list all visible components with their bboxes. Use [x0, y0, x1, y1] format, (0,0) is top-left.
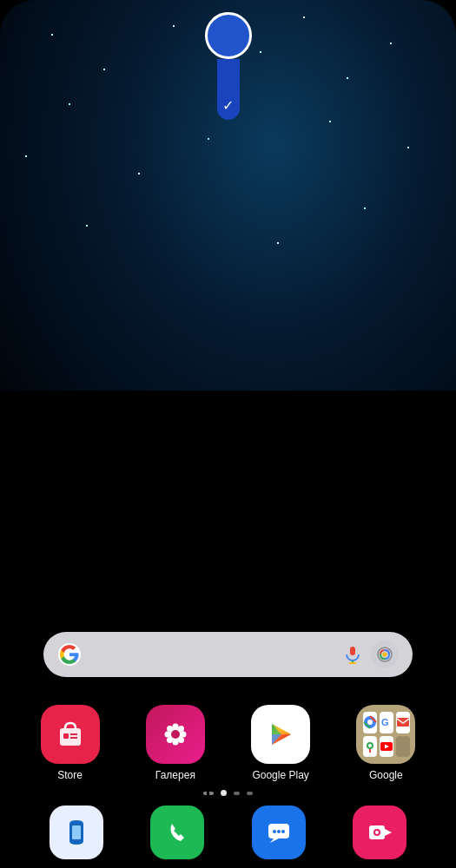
svg-point-38: [281, 830, 285, 833]
app-item-google-play[interactable]: Google Play: [241, 705, 320, 781]
svg-rect-28: [397, 718, 409, 727]
mic-icon[interactable]: [343, 645, 362, 664]
app-item-gallery[interactable]: Галерея: [136, 705, 215, 781]
dot-0: [203, 792, 214, 795]
svg-point-30: [368, 744, 372, 747]
bixby-widget[interactable]: ✓: [205, 0, 252, 120]
dot-2: [234, 792, 240, 795]
app-item-google[interactable]: G: [347, 705, 425, 781]
gallery-icon: [146, 705, 205, 764]
lens-svg: [376, 646, 393, 663]
svg-point-26: [367, 720, 373, 725]
bixby-stem: ✓: [217, 59, 240, 120]
svg-point-5: [383, 653, 387, 657]
svg-point-42: [375, 831, 379, 834]
play-label: Google Play: [252, 769, 308, 781]
bixby-circle: [205, 12, 252, 59]
svg-point-16: [178, 726, 184, 732]
svg-point-34: [76, 840, 78, 843]
folder-grid: G: [356, 705, 415, 764]
svg-point-11: [172, 724, 178, 730]
svg-point-15: [167, 726, 173, 732]
google-g-icon: [57, 642, 82, 667]
svg-marker-40: [385, 829, 392, 836]
svg-rect-1: [350, 647, 355, 655]
svg-point-19: [171, 730, 180, 739]
app-item-store[interactable]: Store: [31, 705, 109, 781]
dock-screen-recorder[interactable]: [353, 806, 406, 859]
svg-point-17: [167, 737, 173, 743]
google-lens-icon[interactable]: [371, 641, 399, 668]
store-label: Store: [57, 769, 83, 781]
svg-point-37: [277, 830, 281, 833]
svg-text:G: G: [381, 717, 389, 727]
svg-point-18: [178, 737, 184, 743]
svg-rect-7: [63, 733, 69, 739]
youtube-mini: [380, 736, 393, 758]
store-icon: [41, 705, 100, 764]
google-mini: G: [380, 712, 393, 733]
svg-point-36: [273, 830, 276, 833]
google-label: Google: [369, 769, 403, 781]
svg-point-12: [172, 740, 178, 746]
chrome-mini: [363, 712, 377, 733]
dock-green-phone[interactable]: [150, 806, 204, 859]
drive-mini: [396, 736, 410, 758]
dot-3: [247, 792, 253, 795]
gmail-mini: [396, 712, 410, 733]
app-grid: Store Галерея: [0, 705, 456, 781]
page-dots: [0, 790, 456, 796]
play-icon: [251, 705, 310, 764]
dock-messages[interactable]: [252, 806, 306, 859]
gallery-label: Галерея: [155, 769, 195, 781]
maps-mini: [363, 736, 377, 758]
phone-frame: ✓: [0, 0, 456, 868]
dot-1: [221, 790, 227, 796]
google-search-bar[interactable]: [43, 632, 413, 677]
svg-rect-33: [72, 825, 81, 839]
svg-point-13: [164, 732, 170, 738]
svg-point-14: [180, 732, 186, 738]
dock: [0, 797, 456, 868]
google-folder-icon: G: [356, 705, 415, 764]
microphone-svg: [343, 645, 362, 664]
dock-samsung-phone[interactable]: [50, 806, 103, 859]
bixby-chevron-icon: ✓: [222, 99, 234, 113]
